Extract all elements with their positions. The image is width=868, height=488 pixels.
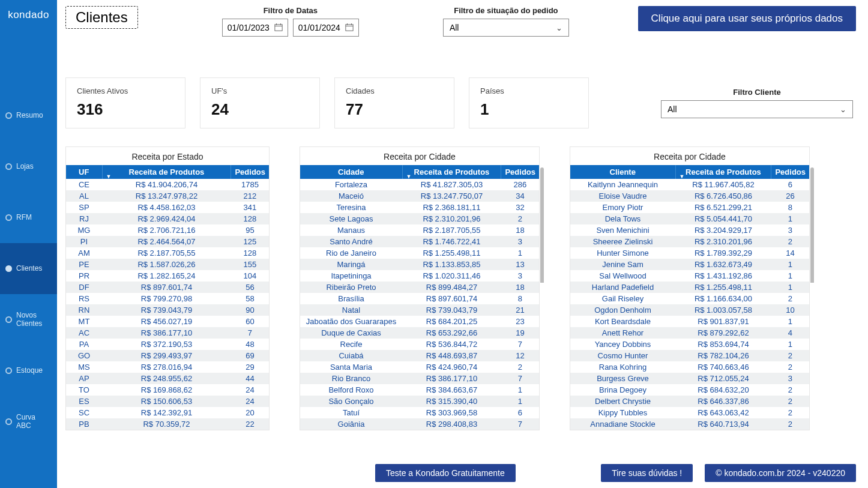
- sidebar-item-lojas[interactable]: Lojas: [0, 141, 57, 192]
- table-row[interactable]: Ribeirão PretoR$ 899.484,2718: [300, 282, 539, 293]
- table-row[interactable]: Sven MenichiniR$ 3.204.929,173: [570, 224, 809, 236]
- col-pedidos[interactable]: Pedidos: [231, 165, 269, 179]
- table-row[interactable]: Belford RoxoR$ 384.663,671: [300, 384, 539, 396]
- table-row[interactable]: RSR$ 799.270,9858: [66, 293, 269, 304]
- table-row[interactable]: RJR$ 2.969.424,04128: [66, 213, 269, 224]
- table-row[interactable]: SPR$ 4.458.162,03341: [66, 202, 269, 213]
- table-row[interactable]: ACR$ 386.177,107: [66, 327, 269, 339]
- table-row[interactable]: Rio de JaneiroR$ 1.255.498,111: [300, 247, 539, 259]
- sidebar-item-rfm[interactable]: RFM: [0, 192, 57, 243]
- help-button[interactable]: Tire suas dúvidas !: [601, 464, 693, 482]
- table-row[interactable]: Annadiane StockleR$ 640.713,942: [570, 418, 809, 430]
- date-to-input[interactable]: 01/01/2024: [293, 19, 359, 37]
- table-row[interactable]: FortalezaR$ 41.827.305,03286: [300, 179, 539, 190]
- test-free-button[interactable]: Teste a Kondado Gratuitamente: [375, 464, 516, 482]
- table-row[interactable]: Harland PadefieldR$ 1.255.498,111: [570, 282, 809, 293]
- table-row[interactable]: PIR$ 2.464.564,07125: [66, 236, 269, 247]
- table-row[interactable]: Anett RehorR$ 879.292,624: [570, 327, 809, 339]
- table-row[interactable]: Duque de CaxiasR$ 653.292,6619: [300, 327, 539, 339]
- table-row[interactable]: MaceióR$ 13.247.750,0734: [300, 190, 539, 202]
- table-row[interactable]: RNR$ 739.043,7990: [66, 304, 269, 316]
- table-row[interactable]: BrasíliaR$ 897.601,748: [300, 293, 539, 304]
- table-row[interactable]: Hunter SimoneR$ 1.789.392,2914: [570, 247, 809, 259]
- col-receita[interactable]: Receita de Produtos▼: [102, 165, 231, 179]
- table-row[interactable]: AMR$ 2.187.705,55128: [66, 247, 269, 259]
- scrollbar[interactable]: [540, 167, 544, 424]
- status-filter-title: Filtro de situação do pedido: [454, 6, 558, 15]
- table-row[interactable]: SCR$ 142.392,9120: [66, 407, 269, 418]
- col-receita[interactable]: Receita de Produtos▼: [402, 165, 501, 179]
- sidebar-item-clientes[interactable]: Clientes: [0, 243, 57, 294]
- sidebar-item-curva-abc[interactable]: CurvaABC: [0, 396, 57, 447]
- table-row[interactable]: Sheeree ZielinskiR$ 2.310.201,962: [570, 236, 809, 247]
- table-row[interactable]: Burgess GreveR$ 712.055,243: [570, 373, 809, 384]
- table-cliente[interactable]: Cliente Receita de Produtos▼ Pedidos Kai…: [570, 165, 809, 430]
- table-row[interactable]: Kaitlynn JeannequinR$ 11.967.405,826: [570, 179, 809, 190]
- cell: DF: [66, 282, 102, 293]
- client-select[interactable]: All ⌄: [661, 100, 853, 118]
- table-row[interactable]: Jaboatão dos GuararapesR$ 684.201,2523: [300, 316, 539, 327]
- table-row[interactable]: PBR$ 70.359,7222: [66, 418, 269, 430]
- table-row[interactable]: ALR$ 13.247.978,22212: [66, 190, 269, 202]
- table-row[interactable]: Delbert ChrystieR$ 646.337,862: [570, 396, 809, 407]
- table-cidade[interactable]: Cidade Receita de Produtos▼ Pedidos Fort…: [300, 165, 539, 430]
- col-receita[interactable]: Receita de Produtos▼: [675, 165, 771, 179]
- table-row[interactable]: MTR$ 456.027,1960: [66, 316, 269, 327]
- col-cliente[interactable]: Cliente: [570, 165, 675, 179]
- table-row[interactable]: MaringáR$ 1.133.853,8513: [300, 259, 539, 270]
- table-row[interactable]: Sete LagoasR$ 2.310.201,962: [300, 213, 539, 224]
- table-row[interactable]: TeresinaR$ 2.368.181,1132: [300, 202, 539, 213]
- cell: PI: [66, 236, 102, 247]
- col-pedidos[interactable]: Pedidos: [771, 165, 809, 179]
- table-row[interactable]: DFR$ 897.601,7456: [66, 282, 269, 293]
- table-estado[interactable]: UF Receita de Produtos▼ Pedidos CER$ 41.…: [66, 165, 269, 430]
- table-row[interactable]: CER$ 41.904.206,741785: [66, 179, 269, 190]
- cell: Burgess Greve: [570, 373, 675, 384]
- table-row[interactable]: TOR$ 169.868,6224: [66, 384, 269, 396]
- table-row[interactable]: ESR$ 150.606,5324: [66, 396, 269, 407]
- table-row[interactable]: MSR$ 278.016,9429: [66, 361, 269, 373]
- table-row[interactable]: Yancey DobbinsR$ 853.694,741: [570, 339, 809, 350]
- table-row[interactable]: GoiâniaR$ 298.408,837: [300, 418, 539, 430]
- col-cidade[interactable]: Cidade: [300, 165, 402, 179]
- col-pedidos[interactable]: Pedidos: [501, 165, 539, 179]
- table-row[interactable]: Eloise VaudreR$ 6.726.450,8626: [570, 190, 809, 202]
- table-row[interactable]: RecifeR$ 536.844,727: [300, 339, 539, 350]
- col-uf[interactable]: UF: [66, 165, 102, 179]
- table-row[interactable]: Sal WellwoodR$ 1.431.192,861: [570, 270, 809, 282]
- table-row[interactable]: Rio BrancoR$ 386.177,107: [300, 373, 539, 384]
- cell: 18: [501, 282, 539, 293]
- table-row[interactable]: São GonçaloR$ 315.390,401: [300, 396, 539, 407]
- use-own-data-button[interactable]: Clique aqui para usar seus próprios dado…: [638, 6, 856, 31]
- table-row[interactable]: Kippy TubblesR$ 643.063,422: [570, 407, 809, 418]
- table-row[interactable]: Gail RiseleyR$ 1.166.634,002: [570, 293, 809, 304]
- table-row[interactable]: PRR$ 1.282.165,24104: [66, 270, 269, 282]
- table-row[interactable]: Cosmo HunterR$ 782.104,262: [570, 350, 809, 361]
- table-row[interactable]: APR$ 248.955,6244: [66, 373, 269, 384]
- table-row[interactable]: ManausR$ 2.187.705,5518: [300, 224, 539, 236]
- table-row[interactable]: Santo AndréR$ 1.746.722,413: [300, 236, 539, 247]
- scrollbar[interactable]: [810, 167, 814, 424]
- date-from-input[interactable]: 01/01/2023: [222, 19, 288, 37]
- table-row[interactable]: CuiabáR$ 448.693,8712: [300, 350, 539, 361]
- table-row[interactable]: Santa MariaR$ 424.960,742: [300, 361, 539, 373]
- table-row[interactable]: Kort BeardsdaleR$ 901.837,911: [570, 316, 809, 327]
- table-row[interactable]: GOR$ 299.493,9769: [66, 350, 269, 361]
- table-row[interactable]: ItapetiningaR$ 1.020.311,463: [300, 270, 539, 282]
- cell: Annadiane Stockle: [570, 418, 675, 430]
- table-row[interactable]: TatuíR$ 303.969,586: [300, 407, 539, 418]
- status-select[interactable]: All ⌄: [443, 19, 569, 37]
- table-row[interactable]: Jenine SamR$ 1.632.673,491: [570, 259, 809, 270]
- table-row[interactable]: Rana KohringR$ 740.663,462: [570, 361, 809, 373]
- table-row[interactable]: PER$ 1.587.026,26155: [66, 259, 269, 270]
- sidebar-item-estoque[interactable]: Estoque: [0, 345, 57, 396]
- table-row[interactable]: NatalR$ 739.043,7921: [300, 304, 539, 316]
- table-row[interactable]: Emory PiotrR$ 6.521.299,218: [570, 202, 809, 213]
- table-row[interactable]: Ogdon DenholmR$ 1.003.057,5810: [570, 304, 809, 316]
- table-row[interactable]: Brina DegoeyR$ 684.632,202: [570, 384, 809, 396]
- table-row[interactable]: PAR$ 372.190,5348: [66, 339, 269, 350]
- sidebar-item-resumo[interactable]: Resumo: [0, 90, 57, 141]
- sidebar-item-novos-clientes[interactable]: NovosClientes: [0, 294, 57, 345]
- table-row[interactable]: MGR$ 2.706.721,1695: [66, 224, 269, 236]
- table-row[interactable]: Dela TowsR$ 5.054.441,701: [570, 213, 809, 224]
